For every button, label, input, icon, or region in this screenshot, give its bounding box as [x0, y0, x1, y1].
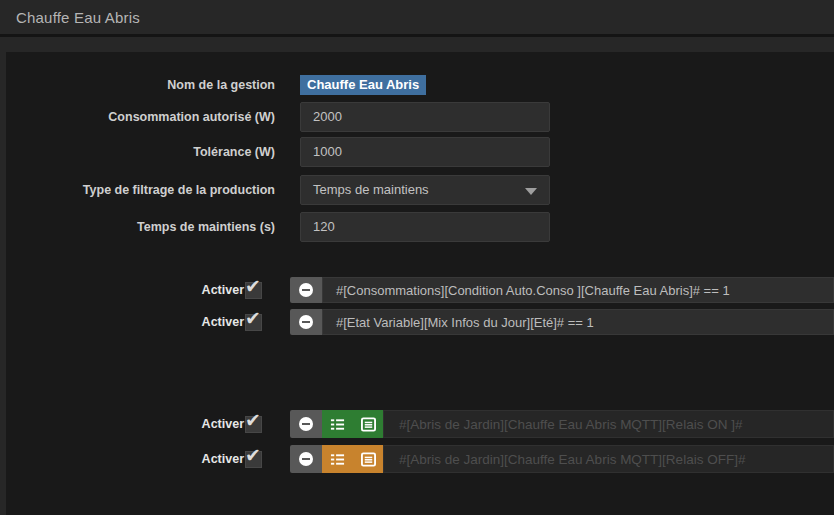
form-row-tolerance: Tolérance (W) 1000 — [6, 137, 834, 167]
chevron-down-icon — [525, 188, 537, 195]
condition-expression-input[interactable]: #[Consommations][Condition Auto.Conso ][… — [322, 277, 834, 303]
remove-action-button[interactable] — [290, 445, 322, 473]
filtrage-selected-option: Temps de maintiens — [313, 182, 429, 197]
activer-checkbox[interactable]: ✔ — [245, 451, 262, 468]
form-row-nom: Nom de la gestion Chauffe Eau Abris — [6, 70, 834, 100]
config-panel: Nom de la gestion Chauffe Eau Abris Cons… — [6, 52, 834, 515]
checkbox-checked-icon: ✔ — [245, 409, 261, 432]
activer-toggle: Activer ✔ — [156, 445, 262, 473]
condition-row: Activer ✔ #[Etat Variable][Mix Infos du … — [6, 309, 834, 335]
select-command-button[interactable] — [322, 410, 353, 438]
form-row-consommation: Consommation autorisé (W) 2000 — [6, 102, 834, 132]
consommation-input[interactable]: 2000 — [300, 102, 550, 132]
condition-expression-input[interactable]: #[Etat Variable][Mix Infos du Jour][Eté]… — [322, 309, 834, 335]
page-title: Chauffe Eau Abris — [0, 9, 140, 26]
activer-toggle: Activer ✔ — [156, 410, 262, 438]
maintien-input[interactable]: 120 — [300, 212, 550, 242]
field-label-nom: Nom de la gestion — [6, 70, 275, 100]
action-row-off: Activer ✔ #[Abris de Jardin][Chau — [6, 445, 834, 473]
list-alt-icon — [361, 417, 376, 432]
window-titlebar: Chauffe Eau Abris — [0, 0, 834, 37]
command-options-button[interactable] — [353, 445, 383, 473]
minus-circle-icon — [299, 452, 313, 466]
remove-condition-button[interactable] — [290, 309, 322, 335]
field-label-maintien: Temps de maintiens (s) — [6, 212, 275, 242]
form-row-maintien: Temps de maintiens (s) 120 — [6, 212, 834, 242]
list-alt-icon — [361, 452, 376, 467]
remove-action-button[interactable] — [290, 410, 322, 438]
checkbox-checked-icon: ✔ — [245, 275, 261, 298]
activer-label: Activer — [202, 452, 244, 466]
activer-label: Activer — [202, 315, 244, 329]
command-options-button[interactable] — [353, 410, 383, 438]
minus-circle-icon — [299, 283, 313, 297]
minus-circle-icon — [299, 315, 313, 329]
field-label-consommation: Consommation autorisé (W) — [6, 102, 275, 132]
gestion-name-value[interactable]: Chauffe Eau Abris — [300, 75, 426, 95]
minus-circle-icon — [299, 417, 313, 431]
form-row-filtrage: Type de filtrage de la production Temps … — [6, 175, 834, 205]
activer-toggle: Activer ✔ — [156, 309, 262, 335]
action-command-input[interactable]: #[Abris de Jardin][Chauffe Eau Abris MQT… — [383, 410, 834, 438]
filtrage-select[interactable]: Temps de maintiens — [300, 175, 550, 205]
action-command-input[interactable]: #[Abris de Jardin][Chauffe Eau Abris MQT… — [383, 445, 834, 473]
checkbox-checked-icon: ✔ — [245, 307, 261, 330]
tasks-list-icon — [330, 417, 345, 432]
select-command-button[interactable] — [322, 445, 353, 473]
activer-toggle: Activer ✔ — [156, 277, 262, 303]
checkbox-checked-icon: ✔ — [245, 444, 261, 467]
activer-checkbox[interactable]: ✔ — [245, 282, 262, 299]
field-label-tolerance: Tolérance (W) — [6, 137, 275, 167]
remove-condition-button[interactable] — [290, 277, 322, 303]
field-label-filtrage: Type de filtrage de la production — [6, 175, 275, 205]
activer-checkbox[interactable]: ✔ — [245, 416, 262, 433]
action-row-on: Activer ✔ #[Abris de Jardin][Chau — [6, 410, 834, 438]
tasks-list-icon — [330, 452, 345, 467]
condition-row: Activer ✔ #[Consommations][Condition Aut… — [6, 277, 834, 303]
activer-label: Activer — [202, 283, 244, 297]
tolerance-input[interactable]: 1000 — [300, 137, 550, 167]
activer-checkbox[interactable]: ✔ — [245, 314, 262, 331]
activer-label: Activer — [202, 417, 244, 431]
